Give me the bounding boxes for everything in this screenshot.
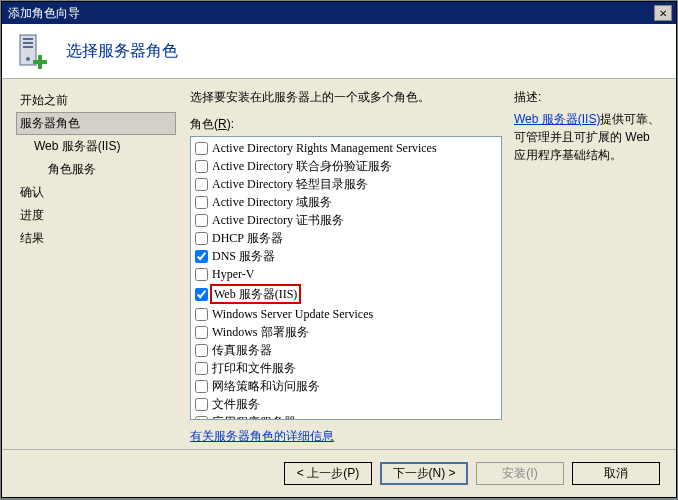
wizard-footer: < 上一步(P) 下一步(N) > 安装(I) 取消	[2, 449, 676, 497]
sidebar-item[interactable]: 确认	[16, 181, 176, 204]
svg-rect-1	[23, 38, 33, 40]
description-body: Web 服务器(IIS)提供可靠、可管理并且可扩展的 Web 应用程序基础结构。	[514, 110, 664, 164]
next-button[interactable]: 下一步(N) >	[380, 462, 468, 485]
role-row[interactable]: 应用程序服务器	[191, 413, 501, 420]
role-checkbox[interactable]	[195, 288, 208, 301]
role-label: Web 服务器(IIS)	[210, 284, 301, 304]
role-checkbox[interactable]	[195, 398, 208, 411]
role-row[interactable]: 打印和文件服务	[191, 359, 501, 377]
titlebar-text: 添加角色向导	[6, 5, 654, 22]
main-content: 选择要安装在此服务器上的一个或多个角色。 角色(R): Active Direc…	[176, 79, 676, 449]
close-button[interactable]: ✕	[654, 5, 672, 21]
wizard-body: 开始之前服务器角色Web 服务器(IIS)角色服务确认进度结果 选择要安装在此服…	[2, 79, 676, 449]
roles-listbox[interactable]: Active Directory Rights Management Servi…	[190, 136, 502, 420]
role-row[interactable]: 网络策略和访问服务	[191, 377, 501, 395]
role-checkbox[interactable]	[195, 416, 208, 421]
install-button[interactable]: 安装(I)	[476, 462, 564, 485]
sidebar-item[interactable]: 服务器角色	[16, 112, 176, 135]
sidebar-item[interactable]: 结果	[16, 227, 176, 250]
sidebar-item[interactable]: 角色服务	[16, 158, 176, 181]
role-row[interactable]: Active Directory 域服务	[191, 193, 501, 211]
role-label: DHCP 服务器	[212, 230, 283, 246]
roles-panel: 选择要安装在此服务器上的一个或多个角色。 角色(R): Active Direc…	[190, 89, 502, 445]
svg-rect-6	[33, 60, 47, 64]
roles-label: 角色(R):	[190, 116, 502, 133]
cancel-button[interactable]: 取消	[572, 462, 660, 485]
wizard-header: 选择服务器角色	[2, 24, 676, 79]
role-checkbox[interactable]	[195, 196, 208, 209]
role-checkbox[interactable]	[195, 344, 208, 357]
sidebar-item[interactable]: 开始之前	[16, 89, 176, 112]
titlebar[interactable]: 添加角色向导 ✕	[2, 2, 676, 24]
role-label: Active Directory 轻型目录服务	[212, 176, 368, 192]
role-row[interactable]: Windows Server Update Services	[191, 305, 501, 323]
role-row[interactable]: Windows 部署服务	[191, 323, 501, 341]
role-label: 文件服务	[212, 396, 260, 412]
role-label: 网络策略和访问服务	[212, 378, 320, 394]
svg-point-4	[26, 57, 30, 61]
sidebar-item[interactable]: 进度	[16, 204, 176, 227]
role-label: DNS 服务器	[212, 248, 275, 264]
role-label: Windows Server Update Services	[212, 306, 373, 322]
role-row[interactable]: DHCP 服务器	[191, 229, 501, 247]
role-row[interactable]: DNS 服务器	[191, 247, 501, 265]
role-checkbox[interactable]	[195, 362, 208, 375]
prev-button[interactable]: < 上一步(P)	[284, 462, 372, 485]
svg-rect-3	[23, 46, 33, 48]
role-row[interactable]: Active Directory 轻型目录服务	[191, 175, 501, 193]
role-label: 打印和文件服务	[212, 360, 296, 376]
role-checkbox[interactable]	[195, 160, 208, 173]
role-checkbox[interactable]	[195, 178, 208, 191]
role-checkbox[interactable]	[195, 232, 208, 245]
server-role-icon	[14, 31, 54, 71]
role-checkbox[interactable]	[195, 380, 208, 393]
wizard-window: 添加角色向导 ✕ 选择服务器角色 开始之前服务器角色Web 服务器(IIS)角色…	[1, 1, 677, 498]
sidebar-item[interactable]: Web 服务器(IIS)	[16, 135, 176, 158]
role-row[interactable]: Active Directory 证书服务	[191, 211, 501, 229]
role-checkbox[interactable]	[195, 214, 208, 227]
description-title: 描述:	[514, 89, 664, 106]
role-row[interactable]: Web 服务器(IIS)	[191, 283, 501, 305]
role-label: 应用程序服务器	[212, 414, 296, 420]
role-label: Active Directory Rights Management Servi…	[212, 140, 437, 156]
instruction-text: 选择要安装在此服务器上的一个或多个角色。	[190, 89, 502, 106]
description-link[interactable]: Web 服务器(IIS)	[514, 112, 600, 126]
role-row[interactable]: Hyper-V	[191, 265, 501, 283]
role-label: Active Directory 域服务	[212, 194, 332, 210]
role-row[interactable]: Active Directory Rights Management Servi…	[191, 139, 501, 157]
role-label: Hyper-V	[212, 266, 254, 282]
role-checkbox[interactable]	[195, 326, 208, 339]
detail-link[interactable]: 有关服务器角色的详细信息	[190, 428, 502, 445]
role-checkbox[interactable]	[195, 268, 208, 281]
role-label: Windows 部署服务	[212, 324, 309, 340]
role-row[interactable]: 传真服务器	[191, 341, 501, 359]
role-label: Active Directory 证书服务	[212, 212, 344, 228]
role-label: Active Directory 联合身份验证服务	[212, 158, 392, 174]
page-title: 选择服务器角色	[66, 41, 178, 62]
sidebar: 开始之前服务器角色Web 服务器(IIS)角色服务确认进度结果	[2, 79, 176, 449]
role-row[interactable]: Active Directory 联合身份验证服务	[191, 157, 501, 175]
role-label: 传真服务器	[212, 342, 272, 358]
description-panel: 描述: Web 服务器(IIS)提供可靠、可管理并且可扩展的 Web 应用程序基…	[514, 89, 664, 445]
svg-rect-2	[23, 42, 33, 44]
role-checkbox[interactable]	[195, 142, 208, 155]
role-checkbox[interactable]	[195, 308, 208, 321]
role-checkbox[interactable]	[195, 250, 208, 263]
role-row[interactable]: 文件服务	[191, 395, 501, 413]
